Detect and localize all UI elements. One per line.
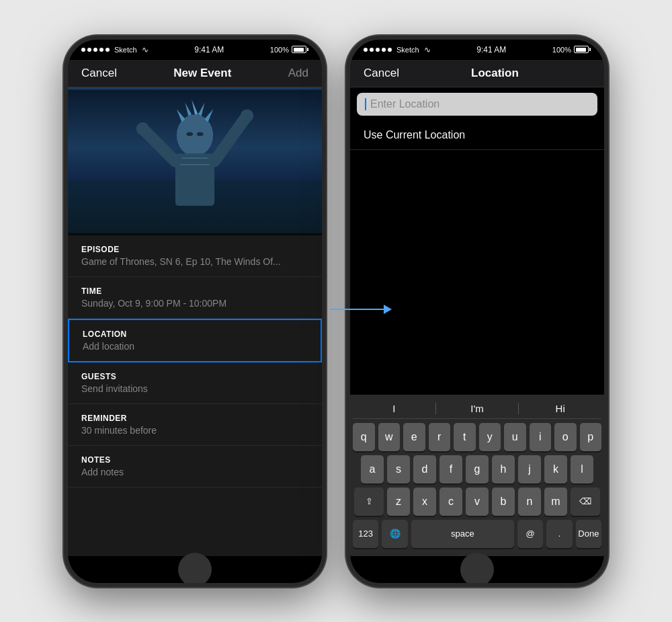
scene: Sketch ∿ 9:41 AM 100% Cancel New Event A… [64, 36, 608, 587]
key-e[interactable]: e [403, 423, 425, 451]
key-p[interactable]: p [580, 423, 602, 451]
key-o[interactable]: o [554, 423, 577, 451]
flow-arrow [330, 305, 392, 314]
key-z[interactable]: z [387, 488, 410, 516]
battery-area: 100% [270, 46, 308, 54]
key-globe[interactable]: 🌐 [382, 520, 407, 548]
use-current-location-row[interactable]: Use Current Location [350, 121, 604, 150]
key-k[interactable]: k [544, 455, 567, 483]
info-sections: EPISODE Game of Thrones, SN 6, Ep 10, Th… [68, 235, 322, 556]
signal-dot-1 [81, 48, 85, 52]
episode-value: Game of Thrones, SN 6, Ep 10, The Winds … [81, 256, 308, 267]
location-value: Add location [83, 341, 307, 352]
suggestion-i[interactable]: I [353, 403, 436, 414]
time-section: TIME Sunday, Oct 9, 9:00 PM - 10:00PM [68, 277, 322, 319]
r-battery-fill [576, 48, 586, 52]
r-battery-area: 100% [552, 46, 591, 54]
text-cursor [365, 98, 366, 110]
left-nav-title: New Event [173, 67, 231, 80]
r-signal-dot-5 [388, 48, 392, 52]
key-123[interactable]: 123 [353, 520, 378, 548]
key-x[interactable]: x [413, 488, 436, 516]
signal-dot-2 [87, 48, 91, 52]
svg-rect-10 [175, 153, 214, 206]
location-label: LOCATION [83, 329, 307, 339]
time-label-field: TIME [81, 286, 308, 296]
battery-fill [294, 48, 304, 52]
right-home-button[interactable] [460, 553, 494, 586]
key-y[interactable]: y [479, 423, 501, 451]
r-wifi-icon: ∿ [424, 45, 431, 54]
key-u[interactable]: u [504, 423, 526, 451]
location-placeholder: Enter Location [370, 98, 439, 110]
left-cancel-button[interactable]: Cancel [81, 67, 117, 80]
reminder-value: 30 minutes before [81, 425, 308, 436]
location-input-bar[interactable]: Enter Location [357, 93, 597, 116]
key-v[interactable]: v [466, 488, 489, 516]
key-q[interactable]: q [353, 423, 375, 451]
left-status-left: Sketch ∿ [81, 45, 149, 54]
keyboard: I I'm Hi q w e r t y u i o p [350, 395, 604, 556]
right-phone-content: Enter Location Use Current Location I I'… [350, 87, 604, 556]
location-results-area [350, 150, 604, 395]
key-d[interactable]: d [413, 455, 436, 483]
key-r[interactable]: r [429, 423, 451, 451]
r-battery-tip [589, 48, 591, 51]
hero-image [68, 87, 322, 235]
battery-tip [307, 48, 308, 51]
location-section[interactable]: LOCATION Add location [68, 319, 322, 362]
r-battery-body [574, 46, 589, 53]
key-w[interactable]: w [378, 423, 401, 451]
guests-label: GUESTS [81, 372, 308, 381]
wifi-icon: ∿ [142, 45, 149, 54]
key-delete[interactable]: ⌫ [571, 488, 600, 516]
left-nav-bar: Cancel New Event Add [68, 60, 322, 87]
guests-section[interactable]: GUESTS Send invitations [68, 362, 322, 404]
right-cancel-button[interactable]: Cancel [364, 67, 399, 80]
notes-section[interactable]: NOTES Add notes [68, 446, 322, 488]
left-home-button[interactable] [178, 553, 212, 586]
notes-label: NOTES [81, 455, 308, 465]
key-b[interactable]: b [492, 488, 515, 516]
reminder-label: REMINDER [81, 414, 308, 423]
key-done[interactable]: Done [576, 520, 601, 548]
svg-point-15 [136, 122, 149, 134]
keyboard-row-2: a s d f g h j k l [353, 455, 601, 483]
right-nav-title: Location [471, 67, 519, 80]
hero-illustration [68, 87, 322, 235]
key-i[interactable]: i [530, 423, 552, 451]
left-home-indicator [68, 556, 322, 583]
episode-label: EPISODE [81, 245, 308, 254]
key-a[interactable]: a [361, 455, 384, 483]
key-l[interactable]: l [571, 455, 593, 483]
key-t[interactable]: t [454, 423, 476, 451]
reminder-section[interactable]: REMINDER 30 minutes before [68, 404, 322, 446]
key-h[interactable]: h [492, 455, 515, 483]
signal-dot-3 [93, 48, 97, 52]
suggestion-im[interactable]: I'm [436, 403, 519, 414]
key-at[interactable]: @ [517, 520, 543, 548]
right-home-indicator [350, 556, 604, 583]
left-add-button[interactable]: Add [288, 67, 308, 80]
key-n[interactable]: n [518, 488, 541, 516]
key-s[interactable]: s [387, 455, 410, 483]
key-shift[interactable]: ⇧ [354, 488, 384, 516]
key-c[interactable]: c [439, 488, 462, 516]
arrow-line [330, 309, 384, 310]
r-signal-dot-4 [382, 48, 386, 52]
key-f[interactable]: f [439, 455, 462, 483]
key-g[interactable]: g [466, 455, 489, 483]
keyboard-suggestions: I I'm Hi [353, 399, 601, 419]
right-nav-bar: Cancel Location [350, 60, 604, 87]
key-m[interactable]: m [544, 488, 567, 516]
key-j[interactable]: j [518, 455, 541, 483]
svg-point-8 [186, 132, 193, 136]
episode-section: EPISODE Game of Thrones, SN 6, Ep 10, Th… [68, 235, 322, 277]
r-time-label: 9:41 AM [476, 45, 506, 54]
key-period[interactable]: . [546, 520, 572, 548]
use-current-label: Use Current Location [364, 129, 465, 141]
left-phone: Sketch ∿ 9:41 AM 100% Cancel New Event A… [64, 36, 326, 587]
suggestion-hi[interactable]: Hi [519, 403, 601, 414]
signal-dot-5 [106, 48, 110, 52]
key-space[interactable]: space [411, 520, 514, 548]
